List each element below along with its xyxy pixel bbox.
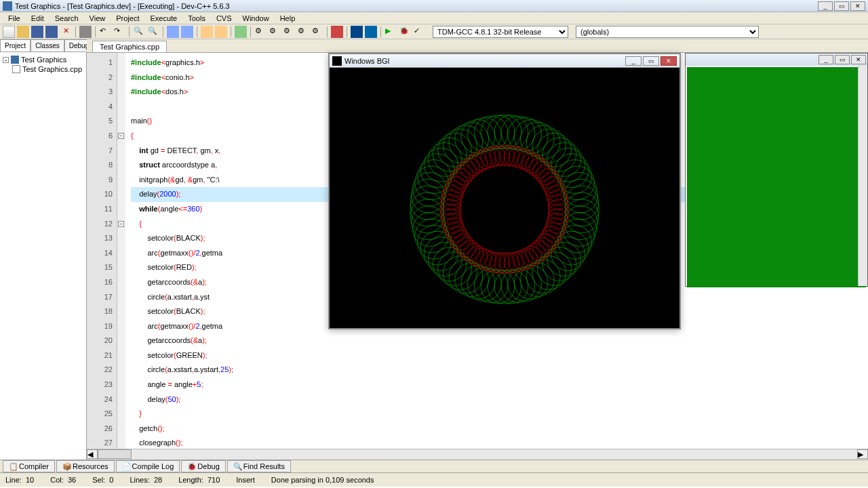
- tab-icon: 📦: [62, 462, 71, 470]
- svg-point-2: [564, 206, 598, 240]
- save-icon[interactable]: [31, 26, 43, 38]
- svg-point-20: [474, 269, 508, 303]
- run-icon[interactable]: ▶: [384, 26, 397, 38]
- menu-edit[interactable]: Edit: [26, 13, 50, 24]
- globals-select[interactable]: (globals): [576, 26, 759, 38]
- bottom-tab-compile-log[interactable]: 📄Compile Log: [116, 460, 180, 472]
- bookmark2-icon[interactable]: [181, 26, 193, 38]
- bottom-tab-resources[interactable]: 📦Resources: [56, 460, 115, 472]
- undo-icon[interactable]: ↶: [99, 26, 111, 38]
- fold-icon[interactable]: −: [118, 221, 124, 227]
- menu-help[interactable]: Help: [275, 13, 301, 24]
- maximize-button[interactable]: ▭: [834, 1, 849, 11]
- svg-point-117: [456, 161, 477, 182]
- svg-point-17: [494, 270, 528, 304]
- tab-icon: 🐞: [187, 462, 195, 470]
- tab-icon: 📄: [122, 462, 130, 470]
- gear1-icon[interactable]: ⚙: [254, 26, 267, 38]
- bgi-close-button[interactable]: ✕: [660, 56, 677, 66]
- bgi-min-button[interactable]: _: [625, 56, 642, 66]
- minimize-button[interactable]: _: [818, 1, 833, 11]
- menu-file[interactable]: File: [3, 13, 26, 24]
- project-icon: [11, 56, 19, 64]
- secondary-window: _ ▭ ✕: [685, 53, 868, 287]
- gear2-icon[interactable]: ⚙: [269, 26, 281, 38]
- svg-point-67: [558, 160, 592, 194]
- svg-point-135: [532, 161, 553, 182]
- window2-icon[interactable]: [365, 26, 377, 38]
- menu-tools[interactable]: Tools: [182, 13, 211, 24]
- svg-point-126: [494, 145, 515, 165]
- svg-point-27: [433, 247, 467, 281]
- svg-point-68: [561, 166, 595, 200]
- panel-tab-project[interactable]: Project: [0, 39, 31, 52]
- secondary-vscroll[interactable]: [858, 66, 867, 286]
- profile-icon[interactable]: ✓: [413, 26, 425, 38]
- minus-icon: -: [3, 57, 9, 63]
- goto1-icon[interactable]: [201, 26, 213, 38]
- panel-tab-classes[interactable]: Classes: [31, 39, 64, 52]
- line-gutter: 1234567891011121314151617181920212223242…: [87, 53, 117, 449]
- goto2-icon[interactable]: [215, 26, 227, 38]
- svg-point-50: [461, 120, 495, 154]
- new-icon[interactable]: [3, 26, 15, 38]
- editor-hscroll[interactable]: ◀ ▶: [87, 449, 868, 460]
- redo-icon[interactable]: ↷: [113, 26, 125, 38]
- replace-icon[interactable]: 🔍: [147, 26, 159, 38]
- fold-icon[interactable]: −: [118, 133, 124, 139]
- bgi-app-icon: [332, 56, 342, 66]
- open-icon[interactable]: [17, 26, 29, 38]
- menu-cvs[interactable]: CVS: [211, 13, 237, 24]
- editor-tab[interactable]: Test Graphics.cpp: [92, 41, 167, 52]
- scroll-thumb[interactable]: [98, 449, 132, 459]
- gear3-icon[interactable]: ⚙: [283, 26, 295, 38]
- tree-file-label: Test Graphics.cpp: [22, 65, 82, 73]
- tree-root[interactable]: - Test Graphics: [3, 55, 83, 64]
- svg-point-52: [474, 116, 508, 150]
- sec-max-button[interactable]: ▭: [835, 55, 850, 64]
- gear5-icon[interactable]: ⚙: [311, 26, 323, 38]
- toolbar: ✕ ↶ ↷ 🔍 🔍 ⚙ ⚙ ⚙ ⚙ ⚙ ▶ 🐞 ✓ TDM-GCC 4.8.1 …: [0, 24, 868, 39]
- svg-point-22: [461, 266, 495, 300]
- menu-project[interactable]: Project: [111, 13, 144, 24]
- window1-icon[interactable]: [351, 26, 363, 38]
- bottom-tab-compiler[interactable]: 📋Compiler: [3, 460, 55, 472]
- sec-close-button[interactable]: ✕: [851, 55, 866, 64]
- debug-icon[interactable]: 🐞: [399, 26, 411, 38]
- svg-point-37: [410, 186, 444, 220]
- close-file-icon[interactable]: ✕: [60, 26, 72, 38]
- save-all-icon[interactable]: [45, 26, 58, 38]
- bookmark1-icon[interactable]: [167, 26, 179, 38]
- bgi-titlebar[interactable]: Windows BGI _ ▭ ✕: [330, 54, 679, 68]
- menu-search[interactable]: Search: [50, 13, 84, 24]
- scroll-right-icon[interactable]: ▶: [857, 449, 868, 459]
- svg-point-49: [455, 122, 489, 156]
- svg-point-4: [561, 219, 595, 253]
- scroll-left-icon[interactable]: ◀: [87, 449, 98, 459]
- svg-point-56: [501, 116, 535, 150]
- bgi-max-button[interactable]: ▭: [643, 56, 659, 66]
- svg-point-99: [456, 237, 477, 258]
- bottom-tab-find-results[interactable]: 🔍Find Results: [227, 460, 291, 472]
- print-icon[interactable]: [79, 26, 92, 38]
- svg-point-125: [490, 146, 510, 166]
- sec-min-button[interactable]: _: [818, 55, 833, 64]
- menu-execute[interactable]: Execute: [144, 13, 182, 24]
- bottom-tab-debug[interactable]: 🐞Debug: [181, 460, 225, 472]
- bottom-tabs: 📋Compiler📦Resources📄Compile Log🐞Debug🔍Fi…: [0, 460, 868, 473]
- menu-view[interactable]: View: [84, 13, 111, 24]
- find-icon[interactable]: 🔍: [133, 26, 145, 38]
- close-button[interactable]: ✕: [850, 1, 865, 11]
- svg-point-5: [558, 225, 592, 259]
- svg-point-55: [494, 115, 528, 149]
- compiler-select[interactable]: TDM-GCC 4.8.1 32-bit Release: [433, 26, 568, 38]
- svg-point-63: [542, 138, 576, 171]
- svg-point-58: [514, 120, 548, 154]
- tree-file[interactable]: Test Graphics.cpp: [12, 64, 83, 74]
- stop-icon[interactable]: [331, 26, 343, 38]
- window-titlebar: Test Graphics - [Test Graphics.dev] - [E…: [0, 0, 868, 12]
- menu-window[interactable]: Window: [237, 13, 275, 24]
- compile-icon[interactable]: [235, 26, 247, 38]
- gear4-icon[interactable]: ⚙: [297, 26, 309, 38]
- svg-point-13: [520, 263, 554, 297]
